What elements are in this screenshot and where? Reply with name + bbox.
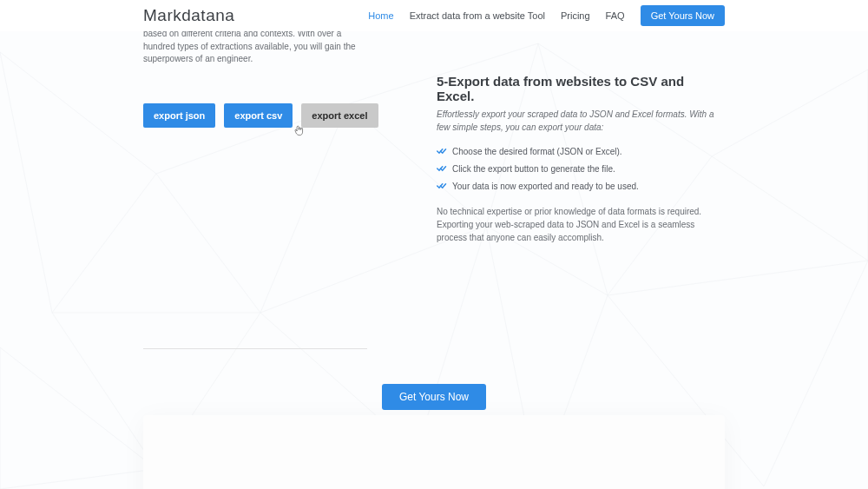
demo-card: based on different criteria and contexts…	[143, 26, 367, 349]
feature-detail: 5-Export data from websites to CSV and E…	[437, 26, 723, 349]
cut-paragraph: based on different criteria and contexts…	[143, 28, 367, 66]
cursor-hand-icon	[294, 125, 305, 137]
feature-step-text: Your data is now exported and ready to b…	[452, 181, 639, 193]
feature-step: Your data is now exported and ready to b…	[437, 181, 723, 193]
feature-step-text: Click the export button to generate the …	[452, 163, 615, 175]
top-nav: Markdatana Home Extract data from a webs…	[0, 0, 868, 31]
feature-heading: 5-Export data from websites to CSV and E…	[437, 74, 723, 103]
nav-links: Home Extract data from a website Tool Pr…	[368, 5, 725, 26]
export-excel-button[interactable]: export excel	[301, 103, 378, 128]
nav-home[interactable]: Home	[368, 10, 393, 21]
nav-faq[interactable]: FAQ	[606, 10, 625, 21]
feature-step: Choose the desired format (JSON or Excel…	[437, 146, 723, 158]
feature-step-text: Choose the desired format (JSON or Excel…	[452, 146, 622, 158]
feature-step: Click the export button to generate the …	[437, 163, 723, 175]
footer-card	[143, 415, 725, 489]
nav-tool[interactable]: Extract data from a website Tool	[410, 10, 545, 21]
feature-lead: Effortlessly export your scraped data to…	[437, 109, 723, 134]
export-json-button[interactable]: export json	[143, 103, 215, 128]
nav-cta-button[interactable]: Get Yours Now	[641, 5, 725, 26]
nav-pricing[interactable]: Pricing	[561, 10, 590, 21]
demo-box: export json export csv export excel	[143, 103, 367, 349]
feature-steps-list: Choose the desired format (JSON or Excel…	[437, 146, 723, 193]
double-check-icon	[437, 164, 447, 173]
bottom-cta-button[interactable]: Get Yours Now	[382, 384, 486, 410]
feature-follow-text: No technical expertise or prior knowledg…	[437, 205, 723, 244]
bottom-cta-wrap: Get Yours Now	[0, 384, 868, 410]
export-buttons-row: export json export csv export excel	[143, 103, 367, 128]
brand-logo[interactable]: Markdatana	[143, 6, 234, 25]
double-check-icon	[437, 182, 447, 190]
double-check-icon	[437, 147, 447, 155]
export-csv-button[interactable]: export csv	[224, 103, 293, 128]
